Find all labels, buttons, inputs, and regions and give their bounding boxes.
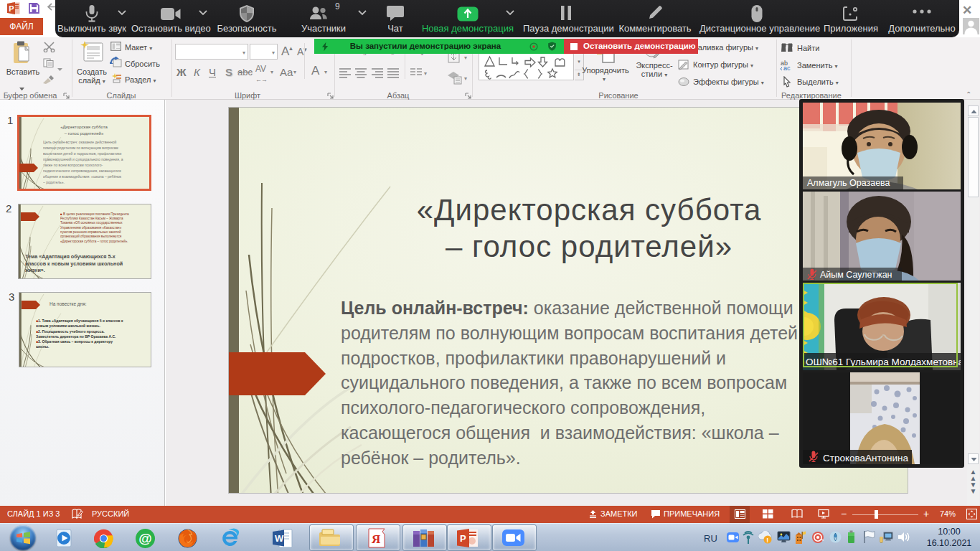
svg-text:@: @ (138, 531, 152, 546)
svg-text:Айым Саулетжан: Айым Саулетжан (820, 270, 892, 280)
svg-text:W: W (275, 533, 284, 544)
svg-text:СтроковаАнтонина: СтроковаАнтонина (823, 453, 908, 463)
svg-text:P: P (9, 4, 14, 13)
svg-text:Алмагуль Оразаева: Алмагуль Оразаева (807, 178, 890, 188)
svg-text:Я: Я (372, 532, 380, 546)
svg-text:ac: ac (783, 65, 791, 70)
svg-text:!: ! (766, 537, 768, 544)
svg-text:P: P (460, 533, 466, 544)
